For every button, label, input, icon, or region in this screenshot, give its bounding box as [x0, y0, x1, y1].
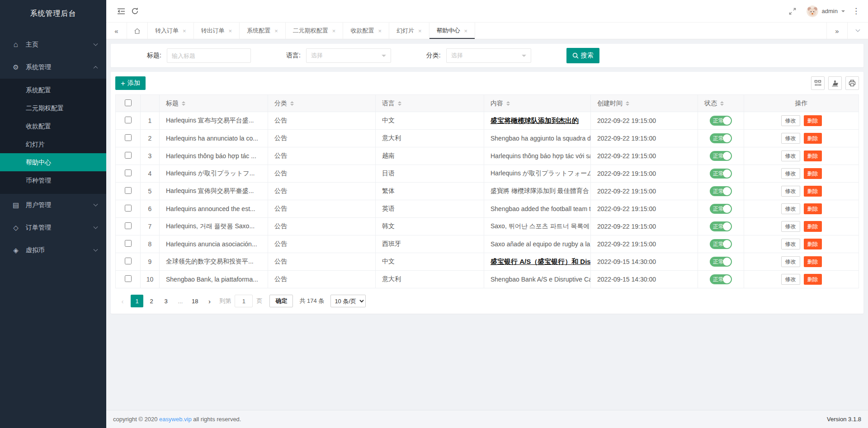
row-checkbox[interactable]	[125, 205, 132, 212]
export-button[interactable]	[828, 76, 842, 90]
sidebar-item-1[interactable]: 系统管理	[0, 56, 106, 79]
row-checkbox[interactable]	[125, 258, 132, 264]
search-button[interactable]: 搜索	[566, 48, 599, 63]
tab-3[interactable]: 二元期权配置	[286, 23, 344, 39]
delete-button[interactable]: 删除	[804, 133, 822, 144]
status-toggle[interactable]: 正常	[710, 133, 732, 143]
sidebar-item-4[interactable]: 虚拟币	[0, 239, 106, 262]
tabs-scroll-right-button[interactable]: »	[826, 23, 847, 39]
delete-button[interactable]: 删除	[804, 168, 822, 179]
sort-icon[interactable]	[290, 99, 294, 108]
modify-button[interactable]: 修改	[781, 239, 800, 249]
print-button[interactable]	[845, 76, 859, 90]
sidebar-subitem-2[interactable]: 收款配置	[0, 117, 106, 135]
delete-button[interactable]: 删除	[804, 151, 822, 161]
row-checkbox[interactable]	[125, 117, 132, 123]
page-button-2[interactable]: 2	[145, 295, 158, 307]
delete-button[interactable]: 删除	[804, 239, 822, 249]
modify-button[interactable]: 修改	[781, 186, 800, 197]
row-checkbox[interactable]	[125, 240, 132, 247]
sidebar-subitem-4[interactable]: 帮助中心	[0, 153, 106, 171]
user-menu[interactable]: admin	[807, 5, 845, 17]
delete-button[interactable]: 删除	[804, 221, 822, 232]
status-toggle[interactable]: 正常	[710, 239, 732, 249]
status-toggle[interactable]: 正常	[710, 151, 732, 161]
status-toggle[interactable]: 正常	[710, 257, 732, 267]
sidebar-subitem-5[interactable]: 币种管理	[0, 171, 106, 189]
modify-button[interactable]: 修改	[781, 168, 800, 179]
tabs-scroll-left-button[interactable]: «	[106, 23, 127, 39]
sidebar-item-0[interactable]: 主页	[0, 33, 106, 56]
sidebar-item-3[interactable]: 订单管理	[0, 216, 106, 239]
status-toggle[interactable]: 正常	[710, 204, 732, 214]
delete-button[interactable]: 删除	[804, 274, 822, 285]
row-checkbox[interactable]	[125, 222, 132, 229]
avatar[interactable]	[807, 5, 818, 17]
row-checkbox[interactable]	[125, 169, 132, 176]
page-button-1[interactable]: 1	[131, 295, 143, 307]
more-menu-icon[interactable]: ⋮	[852, 7, 860, 15]
status-toggle[interactable]: 正常	[710, 169, 732, 179]
select-all-checkbox[interactable]	[125, 99, 132, 106]
modify-button[interactable]: 修改	[781, 133, 800, 144]
sidebar-subitem-0[interactable]: 系统配置	[0, 81, 106, 99]
per-page-select[interactable]: 10 条/页	[330, 295, 366, 307]
sidebar-item-2[interactable]: 用户管理	[0, 194, 106, 216]
delete-button[interactable]: 删除	[804, 115, 822, 126]
status-toggle[interactable]: 正常	[710, 116, 732, 126]
tab-6[interactable]: 帮助中心	[429, 23, 476, 39]
delete-button[interactable]: 删除	[804, 256, 822, 267]
footer-link[interactable]: easyweb.vip	[159, 416, 192, 423]
status-toggle[interactable]: 正常	[710, 274, 732, 284]
category-select[interactable]: 选择	[446, 48, 531, 63]
sidebar-subitem-3[interactable]: 幻灯片	[0, 135, 106, 153]
modify-button[interactable]: 修改	[781, 256, 800, 267]
row-checkbox[interactable]	[125, 152, 132, 159]
page-button-18[interactable]: 18	[189, 295, 201, 307]
collapse-sidebar-icon[interactable]	[114, 5, 128, 18]
modify-button[interactable]: 修改	[781, 203, 800, 214]
page-button-3[interactable]: 3	[160, 295, 172, 307]
close-icon[interactable]	[378, 28, 382, 34]
add-button[interactable]: + 添加	[115, 76, 146, 90]
tab-5[interactable]: 幻灯片	[389, 23, 429, 39]
modify-button[interactable]: 修改	[781, 151, 800, 161]
home-tab[interactable]	[127, 23, 148, 39]
modify-button[interactable]: 修改	[781, 115, 800, 126]
delete-button[interactable]: 删除	[804, 186, 822, 197]
sort-icon[interactable]	[506, 99, 510, 108]
status-toggle[interactable]: 正常	[710, 221, 732, 231]
title-input[interactable]	[167, 48, 251, 63]
sort-icon[interactable]	[182, 99, 185, 108]
modify-button[interactable]: 修改	[781, 274, 800, 285]
sidebar-subitem-1[interactable]: 二元期权配置	[0, 99, 106, 117]
refresh-icon[interactable]	[128, 5, 142, 18]
close-icon[interactable]	[229, 28, 232, 34]
language-select[interactable]: 选择	[306, 48, 391, 63]
tab-0[interactable]: 转入订单	[148, 23, 194, 39]
next-page-button[interactable]: ›	[203, 295, 216, 307]
fullscreen-icon[interactable]	[786, 5, 799, 18]
goto-page-input[interactable]	[235, 295, 253, 307]
sort-icon[interactable]	[398, 99, 401, 108]
tabs-menu-button[interactable]	[847, 23, 868, 39]
tab-2[interactable]: 系统配置	[240, 23, 286, 39]
columns-toggle-button[interactable]	[811, 76, 825, 90]
row-checkbox[interactable]	[125, 275, 132, 282]
username[interactable]: admin	[822, 8, 838, 14]
close-icon[interactable]	[183, 28, 186, 34]
prev-page-button[interactable]: ‹	[116, 295, 129, 307]
sort-icon[interactable]	[626, 99, 629, 108]
row-checkbox[interactable]	[125, 134, 132, 141]
status-toggle[interactable]: 正常	[710, 186, 732, 196]
row-checkbox[interactable]	[125, 187, 132, 194]
tab-1[interactable]: 转出订单	[194, 23, 240, 39]
sort-icon[interactable]	[720, 99, 724, 108]
tab-4[interactable]: 收款配置	[343, 23, 389, 39]
close-icon[interactable]	[274, 28, 278, 34]
close-icon[interactable]	[332, 28, 336, 34]
modify-button[interactable]: 修改	[781, 221, 800, 232]
close-icon[interactable]	[464, 28, 468, 34]
close-icon[interactable]	[418, 28, 422, 34]
delete-button[interactable]: 删除	[804, 203, 822, 214]
